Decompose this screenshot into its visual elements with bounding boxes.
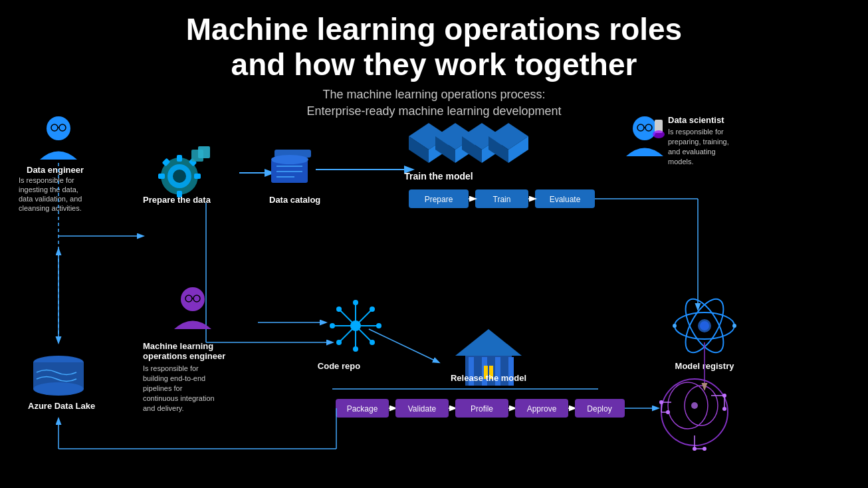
svg-point-85 xyxy=(370,340,375,345)
svg-point-58 xyxy=(653,130,665,138)
svg-point-133 xyxy=(673,324,677,328)
svg-point-83 xyxy=(370,306,375,312)
svg-text:and delivery.: and delivery. xyxy=(143,404,184,412)
svg-text:data validation, and: data validation, and xyxy=(19,195,82,203)
data-catalog-label: Data catalog xyxy=(269,195,320,205)
svg-text:continuous integration: continuous integration xyxy=(143,394,215,402)
main-title: Machine learning operations roles and ho… xyxy=(0,12,868,82)
svg-text:cleansing activities.: cleansing activities. xyxy=(19,204,82,212)
train-step-train: Train xyxy=(493,195,511,204)
svg-point-121 xyxy=(722,407,726,411)
svg-point-11 xyxy=(33,382,84,396)
svg-point-53 xyxy=(633,116,657,140)
svg-point-111 xyxy=(668,382,708,429)
train-model-label: Train the model xyxy=(404,171,473,182)
svg-point-117 xyxy=(666,410,670,414)
release-step-approve: Approve xyxy=(527,404,557,414)
page: Machine learning operations roles and ho… xyxy=(0,0,868,488)
svg-text:and evaluating: and evaluating xyxy=(668,148,716,156)
release-step-package: Package xyxy=(347,404,378,414)
title-section: Machine learning operations roles and ho… xyxy=(0,0,868,120)
diagram-svg: Data engineer Is responsible for ingesti… xyxy=(0,103,868,488)
svg-text:pipelines for: pipelines for xyxy=(143,384,183,392)
svg-point-87 xyxy=(330,323,335,328)
svg-rect-23 xyxy=(198,146,210,158)
svg-point-126 xyxy=(691,402,698,409)
svg-point-84 xyxy=(376,323,381,328)
svg-point-116 xyxy=(659,400,663,404)
svg-text:building end-to-end: building end-to-end xyxy=(143,374,205,382)
svg-point-131 xyxy=(700,321,709,330)
svg-point-112 xyxy=(685,386,718,426)
svg-text:ingesting the data,: ingesting the data, xyxy=(19,185,78,193)
svg-text:Is responsible for: Is responsible for xyxy=(143,364,199,372)
svg-text:preparing, training,: preparing, training, xyxy=(668,138,729,146)
svg-text:operations engineer: operations engineer xyxy=(143,351,225,361)
svg-point-125 xyxy=(703,447,706,451)
prepare-data-label: Prepare the data xyxy=(143,195,211,205)
svg-point-82 xyxy=(353,300,358,305)
svg-point-132 xyxy=(732,324,736,328)
azure-data-lake-label: Azure Data Lake xyxy=(28,401,95,411)
svg-marker-91 xyxy=(455,329,522,356)
svg-rect-15 xyxy=(177,155,182,162)
svg-text:models.: models. xyxy=(668,158,694,166)
svg-rect-17 xyxy=(158,174,165,179)
train-step-evaluate: Evaluate xyxy=(550,195,581,204)
data-engineer-label: Data engineer xyxy=(27,165,84,175)
svg-rect-18 xyxy=(194,174,201,179)
release-model-label: Release the model xyxy=(451,373,526,383)
svg-point-124 xyxy=(693,447,697,451)
svg-text:Is responsible for: Is responsible for xyxy=(668,128,724,136)
release-step-validate: Validate xyxy=(408,404,437,414)
svg-line-90 xyxy=(369,329,439,362)
svg-point-81 xyxy=(336,306,342,312)
release-step-profile: Profile xyxy=(471,404,493,414)
svg-point-0 xyxy=(47,116,70,140)
svg-point-88 xyxy=(336,340,342,345)
release-step-deploy: Deploy xyxy=(587,404,611,414)
svg-point-21 xyxy=(173,170,186,183)
svg-point-89 xyxy=(350,320,361,331)
ml-engineer-label: Machine learning xyxy=(143,341,213,351)
code-repo-label: Code repo xyxy=(318,361,360,371)
data-scientist-label: Data scientist xyxy=(668,115,724,125)
svg-text:Is responsible for: Is responsible for xyxy=(19,176,74,184)
svg-point-86 xyxy=(353,346,358,352)
train-step-prepare: Prepare xyxy=(425,195,453,204)
svg-point-120 xyxy=(722,394,726,398)
svg-point-63 xyxy=(181,287,205,311)
svg-point-27 xyxy=(271,155,308,164)
